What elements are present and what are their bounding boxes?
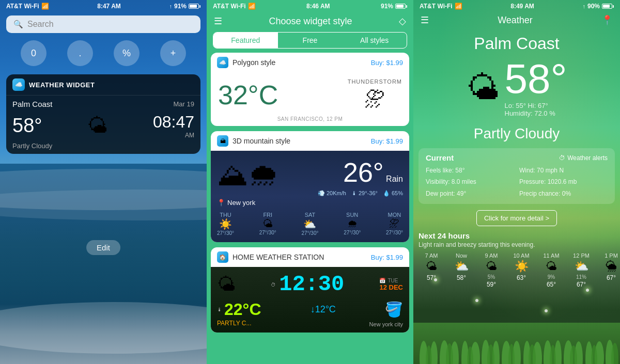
ocean-foam — [0, 304, 207, 364]
hws-date-label: TUE — [388, 278, 398, 283]
forecast-sat-day: SAT — [301, 212, 318, 218]
widget-style-list: ☁️ Polygon style Buy: $1.99 32°C THUNDER… — [207, 53, 413, 364]
hour-temp-now: 58° — [448, 274, 474, 281]
weather-alerts-row[interactable]: ⏱ Weather alerts — [559, 154, 608, 162]
hour-label-12pm: 12 PM — [568, 252, 594, 259]
edit-button[interactable]: Edit — [86, 240, 120, 255]
status-bar-2: AT&T Wi-Fi 📶 8:46 AM 91% — [207, 0, 413, 12]
polygon-app-icon: ☁️ — [217, 57, 228, 68]
widget-location-row: Palm Coast Mar 19 — [6, 96, 200, 110]
battery-tip-1 — [199, 5, 200, 8]
weather-alerts-label: Weather alerts — [567, 154, 608, 162]
wifi-icon-1: 📶 — [41, 3, 49, 10]
battery-icon-1 — [189, 4, 200, 9]
time-3: 8:49 AM — [510, 3, 534, 10]
current-title: Current — [426, 153, 454, 162]
hour-label-1pm: 1 PM — [598, 252, 620, 259]
numpad-dot[interactable]: . — [67, 40, 93, 66]
next24-section: Next 24 hours Light rain and breezy star… — [419, 231, 615, 248]
mountain-app-icon: 🏔 — [217, 135, 228, 147]
search-placeholder: Search — [27, 20, 54, 29]
hour-icon-7am: 🌤 — [419, 260, 444, 273]
hws-cal-icon: 📅 — [379, 278, 385, 283]
widget-polygon-card[interactable]: ☁️ Polygon style Buy: $1.99 32°C THUNDER… — [211, 53, 409, 126]
widget-hws-card[interactable]: 🏠 HOME WEATHER STATION Buy: $1.99 🌤 ⏱ 12… — [211, 247, 409, 333]
battery-fill-1 — [190, 5, 197, 8]
widget-mountain-card[interactable]: 🏔 3D mountain style Buy: $1.99 ⛰🌧 26° Ra… — [211, 131, 409, 242]
hamburger-icon-3[interactable]: ☰ — [421, 14, 429, 26]
polygon-price: Buy: $1.99 — [371, 59, 403, 67]
glow-dot-4 — [545, 309, 548, 312]
ocean-bg — [0, 164, 207, 364]
hour-label-7am: 7 AM — [419, 252, 444, 259]
hour-icon-9am: 🌤 — [478, 260, 504, 273]
widget-header: ☁️ WEATHER WIDGET — [6, 74, 200, 96]
polygon-condition: THUNDERSTORM — [348, 78, 402, 85]
hws-time: 12:30 — [279, 272, 344, 297]
hour-pct-12pm: 11% — [568, 274, 594, 280]
weather-title: Weather — [429, 15, 601, 26]
forecast-mon-icon: ⛈ — [386, 218, 403, 230]
polygon-name: Polygon style — [233, 58, 275, 67]
temp-col: 58° Lo: 55° Hi: 67° Humidity: 72.0 % — [505, 58, 567, 117]
numpad-plus[interactable]: + — [160, 40, 186, 66]
search-bar[interactable]: 🔍 Search — [6, 15, 200, 33]
widget-title: WEATHER WIDGET — [29, 81, 95, 89]
hws-card-header: 🏠 HOME WEATHER STATION Buy: $1.99 — [211, 247, 409, 267]
mountain-price: Buy: $1.99 — [371, 137, 403, 145]
weather-stats-grid: Feels like: 58° Wind: 70 mph N Visibilit… — [426, 165, 608, 199]
precip-chance: Precip chance: 0% — [519, 188, 608, 199]
battery-tip-3 — [613, 5, 614, 8]
panel-ios-home: AT&T Wi-Fi 📶 8:47 AM ↑ 91% 🔍 Search 0 . — [0, 0, 207, 364]
mountain-location: 📍 New york — [217, 199, 403, 207]
grass-svg — [413, 323, 620, 364]
forecast-sat-icon: ⛅ — [301, 218, 318, 230]
mountain-preview: ⛰🌧 26° Rain 💨 20Km/h 🌡 29°-36° 💧 65% 📍 — [211, 151, 409, 242]
numpad-0[interactable]: 0 — [21, 40, 47, 66]
tab-free[interactable]: Free — [278, 33, 343, 48]
status-right-2: 91% — [381, 3, 407, 10]
weather-condition: Partly Cloudy — [413, 125, 620, 142]
weather-widget-card[interactable]: ☁️ WEATHER WIDGET Palm Coast Mar 19 58° … — [6, 74, 200, 154]
forecast-sat-temp: 27°/30° — [301, 230, 318, 236]
hws-umbrella-icon: 🪣 — [385, 301, 403, 318]
mountain-top-row: ⛰🌧 26° Rain 💨 20Km/h 🌡 29°-36° 💧 65% — [217, 157, 403, 197]
weather-detail-header: ☰ Weather 📍 — [413, 12, 620, 29]
tab-featured[interactable]: Featured — [213, 33, 278, 48]
wave2 — [0, 189, 207, 220]
mountain-details: 💨 20Km/h 🌡 29°-36° 💧 65% — [318, 190, 403, 197]
polygon-right: THUNDERSTORM ⛈ — [348, 78, 402, 111]
widget-am-pm: AM — [153, 132, 194, 139]
widget-temperature: 58° — [12, 115, 42, 137]
status-left-1: AT&T Wi-Fi 📶 — [6, 3, 49, 10]
hws-bottom-row: PARTLY C... New york city — [217, 319, 403, 327]
forecast-thu: THU ☀️ 27°/30° — [217, 212, 234, 236]
location-pin-icon[interactable]: 📍 — [601, 14, 613, 26]
forecast-mon-temp: 27°/30° — [386, 230, 403, 235]
battery-fill-3 — [603, 5, 610, 8]
hour-pct-11am: 9% — [538, 274, 564, 280]
widget-icon-time: 🌤 — [87, 114, 108, 137]
hour-item-11am: 11 AM 🌤 9% 65° — [538, 252, 564, 288]
dew-point: Dew point: 49° — [426, 188, 514, 199]
hws-preview: 🌤 ⏱ 12:30 📅 TUE 12 DEC — [211, 267, 409, 333]
hour-label-now: Now — [448, 252, 474, 259]
forecast-sun: SUN 🌧 27°/30° — [344, 212, 361, 236]
numpad-pct[interactable]: % — [114, 40, 140, 66]
hour-label-9am: 9 AM — [478, 252, 504, 259]
status-right-3: ↑ 90% — [582, 3, 614, 10]
diamond-icon[interactable]: ◇ — [399, 15, 406, 27]
forecast-fri-temp: 27°/30° — [259, 230, 276, 235]
hour-item-1pm: 1 PM 🌦 67° — [598, 252, 620, 288]
widget-weather-icon: 🌤 — [87, 114, 108, 137]
hws-date-col: 📅 TUE 12 DEC — [379, 278, 403, 291]
hws-row2: 🌡 22°C ↓12°C 🪣 — [217, 300, 403, 319]
detail-button[interactable]: Click for more detail > — [476, 210, 557, 226]
hamburger-icon[interactable]: ☰ — [214, 15, 222, 27]
grass-decoration — [413, 323, 620, 364]
hws-temp-row: 🌡 22°C — [217, 300, 261, 319]
polygon-title-row: ☁️ Polygon style — [217, 57, 275, 68]
tab-all-styles[interactable]: All styles — [342, 33, 407, 48]
hour-item-10am: 10 AM ☀️ 63° — [508, 252, 534, 288]
hour-icon-10am: ☀️ — [508, 260, 534, 273]
